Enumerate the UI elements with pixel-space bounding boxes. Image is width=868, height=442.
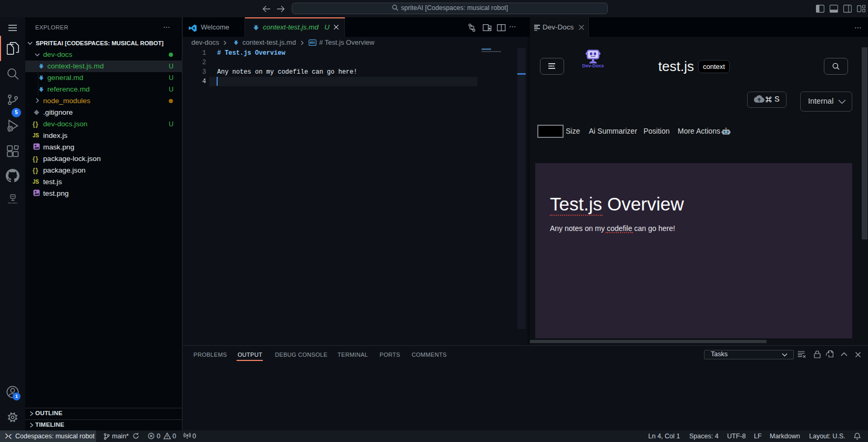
svg-text:abc: abc (310, 41, 316, 44)
